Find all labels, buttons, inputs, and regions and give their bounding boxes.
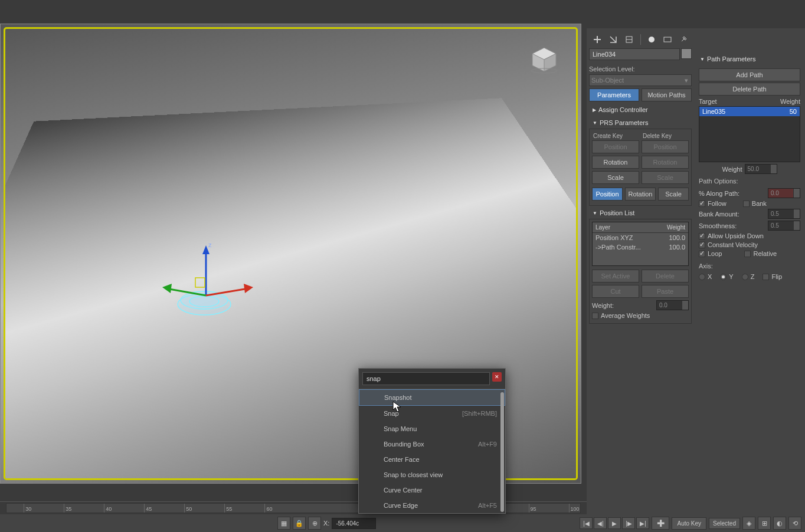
search-result-item[interactable]: Snap to closest view [359,467,505,482]
average-weights-checkbox[interactable] [592,313,598,319]
weight-spinner[interactable]: 0.0 [656,300,689,310]
search-result-item[interactable]: Snap[Shift+RMB] [359,406,505,421]
smoothness-spinner[interactable]: 0.5 [768,221,800,231]
path-parameters-rollout[interactable]: Path Parameters [696,53,803,65]
search-result-item[interactable]: Bounding BoxAlt+F9 [359,436,505,452]
grid-icon[interactable]: ▦ [277,517,290,530]
relative-checkbox[interactable] [744,251,751,257]
add-path-button[interactable]: Add Path [699,68,800,81]
search-results: SnapshotSnap[Shift+RMB]Snap MenuBounding… [359,389,505,513]
goto-start-button[interactable]: |◀ [580,517,593,529]
transform-gizmo[interactable]: z [160,242,266,319]
constant-velocity-checkbox[interactable] [699,242,705,248]
axis-x-radio[interactable] [699,274,705,280]
timeline-tick: 40 [104,504,112,513]
search-result-item[interactable]: Curve Center [359,482,505,498]
create-tab-icon[interactable] [591,33,604,46]
create-scale-key[interactable]: Scale [592,171,639,184]
timeline-tick: 30 [24,504,31,513]
prs-parameters-rollout[interactable]: PRS Parameters [589,117,692,129]
search-result-item[interactable]: Snap Menu [359,421,505,436]
bank-checkbox[interactable] [743,201,750,207]
create-key-label: Create Key [592,132,639,140]
delete-scale-key[interactable]: Scale [642,171,689,184]
path-weight-spinner[interactable]: 50.0 [745,164,777,174]
delete-position-key[interactable]: Position [642,140,689,153]
rotation-track-button[interactable]: Rotation [625,188,656,201]
layer-name: ->Path Constr... [595,244,659,251]
search-result-item[interactable]: Snapshot [359,389,505,406]
path-parameters-body: Add Path Delete Path Target Weight Line0… [696,65,803,284]
list-item[interactable]: Line035 50 [699,107,800,116]
search-result-item[interactable]: Center Face [359,452,505,467]
hierarchy-tab-icon[interactable] [623,33,636,46]
nav-icon-3[interactable]: ◐ [773,517,786,530]
target-weight: 50 [773,108,797,115]
svg-marker-13 [244,284,253,293]
flip-checkbox[interactable] [763,274,769,280]
target-list[interactable]: Line035 50 [699,106,800,162]
object-color-swatch[interactable] [681,48,692,59]
goto-end-button[interactable]: ▶| [636,517,649,529]
motion-tab-icon[interactable] [645,33,657,46]
key-mode-icon[interactable]: ✚ [652,517,669,530]
cut-button[interactable]: Cut [592,285,639,298]
auto-key-button[interactable]: Auto Key [672,517,706,530]
nav-icon-4[interactable]: ⟲ [788,517,801,530]
modify-tab-icon[interactable] [607,33,620,46]
position-track-button[interactable]: Position [592,188,623,201]
position-list-rollout[interactable]: Position List [589,207,692,219]
viewcube[interactable] [528,45,560,74]
search-result-item[interactable]: Curve EdgeAlt+F5 [359,498,505,513]
close-icon[interactable]: ✕ [492,372,502,382]
next-frame-button[interactable]: |▶ [622,517,635,529]
delete-layer-button[interactable]: Delete [642,270,689,283]
set-active-button[interactable]: Set Active [592,270,639,283]
motion-paths-tab[interactable]: Motion Paths [642,88,692,101]
percent-along-path-spinner[interactable]: 0.0 [768,188,800,198]
timeline-tick: 95 [529,504,536,513]
list-item[interactable]: ->Path Constr... 100.0 [593,242,688,252]
list-item[interactable]: Position XYZ 100.0 [593,233,688,242]
loop-checkbox[interactable] [699,251,705,257]
command-panel: Line034 Selection Level: Sub-Object Para… [587,28,805,524]
layer-column-header: Layer [593,222,662,232]
allow-upside-down-checkbox[interactable] [699,233,705,239]
parameters-tab[interactable]: Parameters [589,88,639,101]
object-name-field[interactable]: Line034 [589,48,680,60]
create-position-key[interactable]: Position [592,140,639,153]
search-input[interactable] [362,372,490,385]
bottom-bar: ▦ 🔒 ⊕ X: -56.404c |◀ ◀| ▶ |▶ ▶| ✚ Auto K… [0,514,805,532]
nav-icon-1[interactable]: ◈ [742,517,755,530]
coord-x-field[interactable]: -56.404c [332,518,376,529]
create-rotation-key[interactable]: Rotation [592,156,639,169]
assign-controller-rollout[interactable]: Assign Controller [589,104,692,116]
delete-path-button[interactable]: Delete Path [699,83,800,96]
delete-rotation-key[interactable]: Rotation [642,156,689,169]
nav-icon-2[interactable]: ⊞ [758,517,771,530]
axis-z-radio[interactable] [742,274,748,280]
timeline-tick: 35 [64,504,71,513]
sub-object-dropdown[interactable]: Sub-Object [589,74,692,86]
scrollbar[interactable] [500,392,504,512]
flip-label: Flip [771,273,782,280]
lock-icon[interactable]: 🔒 [293,517,306,530]
play-button[interactable]: ▶ [608,517,621,529]
bank-amount-spinner[interactable]: 0.5 [768,209,800,219]
coord-system-icon[interactable]: ⊕ [308,517,321,530]
percent-along-path-label: % Along Path: [699,190,765,197]
key-filter-select[interactable]: Selected [709,518,740,529]
scale-track-button[interactable]: Scale [658,188,689,201]
display-tab-icon[interactable] [661,33,673,46]
search-popup: ✕ SnapshotSnap[Shift+RMB]Snap MenuBoundi… [358,368,506,514]
axis-y-radio[interactable] [720,274,727,280]
relative-label: Relative [753,250,777,257]
prev-frame-button[interactable]: ◀| [594,517,607,529]
utilities-tab-icon[interactable] [677,33,689,46]
position-list-box[interactable]: Layer Weight Position XYZ 100.0 ->Path C… [592,222,689,266]
path-parameters-panel: Path Parameters Add Path Delete Path Tar… [694,28,805,524]
smoothness-label: Smoothness: [699,222,765,229]
axis-z-label: Z [751,273,755,280]
paste-button[interactable]: Paste [642,285,689,298]
follow-checkbox[interactable] [699,201,705,207]
